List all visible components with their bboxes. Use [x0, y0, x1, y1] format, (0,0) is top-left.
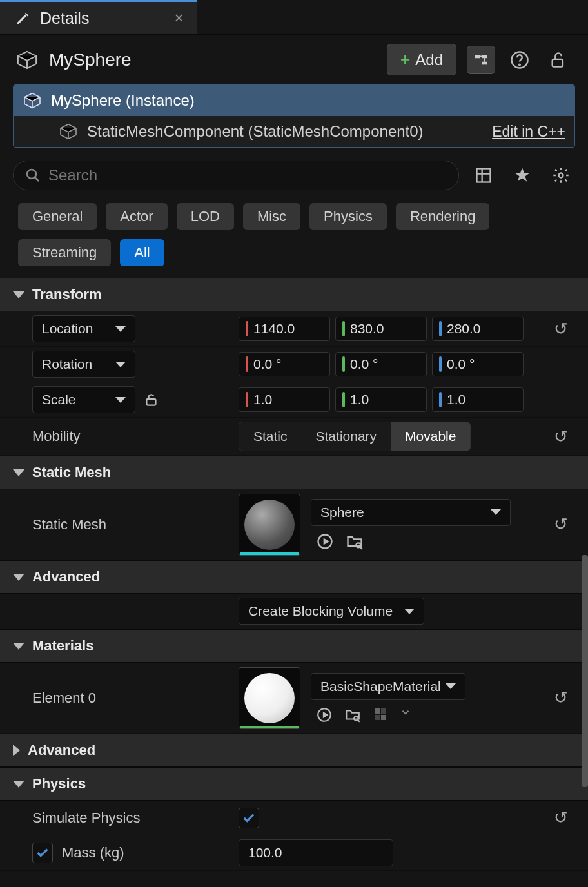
mass-input[interactable]: 100.0 [239, 839, 393, 866]
chip-rendering[interactable]: Rendering [396, 203, 490, 230]
rotation-y[interactable]: 0.0 ° [335, 352, 427, 376]
property-matrix-icon[interactable] [469, 161, 498, 190]
chip-actor[interactable]: Actor [106, 203, 167, 230]
help-icon[interactable] [505, 46, 534, 74]
settings-icon[interactable] [547, 161, 575, 190]
location-y[interactable]: 830.0 [335, 317, 427, 341]
chip-general[interactable]: General [18, 203, 97, 230]
svg-rect-1 [482, 55, 487, 58]
details-tab[interactable]: Details × [0, 0, 197, 34]
cube-icon [23, 92, 42, 109]
plus-icon: + [400, 50, 410, 70]
svg-point-4 [519, 64, 520, 65]
row-scale: Scale 1.0 1.0 1.0 [0, 382, 588, 418]
section-static-mesh-title: Static Mesh [32, 464, 111, 481]
component-root[interactable]: MySphere (Instance) [14, 85, 574, 116]
edit-cpp-link[interactable]: Edit in C++ [492, 123, 565, 141]
rotation-z[interactable]: 0.0 ° [432, 352, 524, 376]
mobility-static[interactable]: Static [239, 422, 302, 451]
actor-icon [15, 50, 39, 70]
section-advanced-2[interactable]: Advanced [0, 734, 588, 767]
reset-simulate-physics[interactable]: ↺ [547, 808, 575, 828]
component-root-label: MySphere (Instance) [51, 92, 195, 110]
scale-x[interactable]: 1.0 [239, 387, 330, 412]
location-dropdown[interactable]: Location [32, 315, 135, 342]
section-physics-title: Physics [32, 775, 86, 792]
pencil-icon [14, 9, 32, 27]
svg-rect-5 [553, 59, 563, 66]
lock-open-icon[interactable] [544, 46, 573, 74]
rotation-dropdown[interactable]: Rotation [32, 351, 135, 378]
section-transform[interactable]: Transform [0, 278, 588, 311]
row-material-0: Element 0 BasicShapeMaterial ↺ [0, 663, 588, 734]
chip-physics[interactable]: Physics [309, 203, 387, 230]
cube-icon [59, 123, 78, 140]
browse-icon[interactable] [344, 707, 361, 723]
lock-scale-icon[interactable] [143, 391, 160, 408]
mesh-dropdown[interactable]: Sphere [311, 499, 511, 526]
component-child[interactable]: StaticMeshComponent (StaticMeshComponent… [14, 116, 574, 147]
rotation-x[interactable]: 0.0 ° [239, 352, 330, 376]
svg-rect-16 [375, 715, 380, 720]
reset-static-mesh[interactable]: ↺ [547, 514, 575, 534]
mass-override-checkbox[interactable] [32, 843, 53, 863]
section-materials[interactable]: Materials [0, 629, 588, 663]
search-row [0, 154, 588, 197]
svg-point-6 [27, 170, 36, 179]
material-0-label: Element 0 [32, 690, 96, 707]
chip-all[interactable]: All [120, 239, 164, 266]
create-blocking-volume-button[interactable]: Create Blocking Volume [239, 598, 424, 625]
material-thumbnail[interactable] [239, 667, 300, 729]
row-mobility: Mobility Static Stationary Movable ↺ [0, 418, 588, 456]
texture-icon[interactable] [373, 707, 388, 723]
mobility-movable[interactable]: Movable [391, 422, 470, 451]
scale-dropdown[interactable]: Scale [32, 386, 135, 413]
section-static-mesh[interactable]: Static Mesh [0, 456, 588, 489]
svg-rect-17 [381, 715, 386, 720]
row-simulate-physics: Simulate Physics ↺ [0, 801, 588, 835]
section-physics[interactable]: Physics [0, 767, 588, 801]
caret-right-icon [13, 745, 20, 756]
scale-y[interactable]: 1.0 [335, 387, 427, 412]
location-x[interactable]: 1140.0 [239, 317, 330, 341]
tab-bar: Details × [0, 0, 588, 35]
simulate-physics-label: Simulate Physics [32, 810, 141, 826]
section-advanced-1[interactable]: Advanced [0, 560, 588, 594]
mobility-selector[interactable]: Static Stationary Movable [239, 422, 471, 451]
favorite-icon[interactable] [508, 161, 536, 190]
actor-name: MySphere [49, 50, 377, 70]
svg-rect-2 [482, 61, 487, 64]
chip-streaming[interactable]: Streaming [18, 239, 111, 266]
svg-rect-15 [381, 708, 386, 714]
reset-location[interactable]: ↺ [547, 319, 575, 339]
reset-mobility[interactable]: ↺ [547, 427, 575, 447]
row-rotation: Rotation 0.0 ° 0.0 ° 0.0 ° [0, 347, 588, 382]
simulate-physics-checkbox[interactable] [239, 808, 259, 828]
chip-misc[interactable]: Misc [243, 203, 300, 230]
chip-lod[interactable]: LOD [177, 203, 234, 230]
close-icon[interactable]: × [174, 9, 183, 27]
scrollbar[interactable] [582, 555, 588, 787]
mobility-stationary[interactable]: Stationary [302, 422, 391, 451]
reset-material-0[interactable]: ↺ [547, 688, 575, 708]
row-static-mesh: Static Mesh Sphere ↺ [0, 489, 588, 560]
more-caret-icon[interactable] [400, 707, 411, 723]
location-z[interactable]: 280.0 [432, 317, 524, 341]
material-dropdown[interactable]: BasicShapeMaterial [311, 673, 466, 700]
use-selected-icon[interactable] [316, 707, 333, 723]
section-materials-title: Materials [32, 638, 93, 654]
mesh-thumbnail[interactable] [239, 494, 300, 556]
mass-label: Mass (kg) [62, 844, 124, 861]
caret-down-icon [13, 781, 24, 788]
add-button[interactable]: + Add [387, 44, 456, 75]
svg-point-8 [559, 173, 564, 178]
search-input[interactable] [48, 166, 447, 184]
use-selected-icon[interactable] [316, 532, 334, 551]
search-box[interactable] [13, 161, 459, 190]
scale-z[interactable]: 1.0 [432, 387, 524, 412]
section-transform-title: Transform [32, 286, 102, 303]
browse-icon[interactable] [346, 532, 364, 551]
tab-title: Details [40, 9, 89, 28]
component-tree-icon[interactable] [467, 46, 495, 74]
component-child-label: StaticMeshComponent (StaticMeshComponent… [87, 122, 424, 141]
